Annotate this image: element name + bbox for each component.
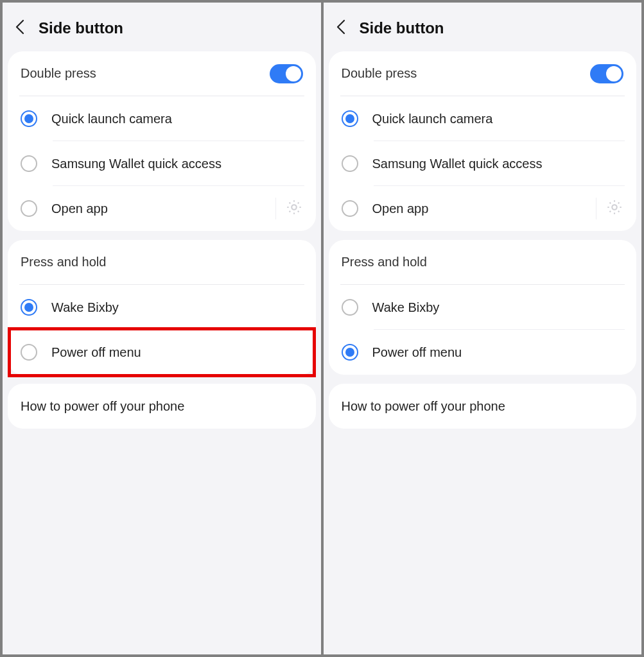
info-label: How to power off your phone <box>342 399 505 414</box>
page-header: Side button <box>8 3 316 51</box>
radio-power-off-menu[interactable] <box>342 344 358 361</box>
option-label: Power off menu <box>51 345 303 360</box>
option-power-off-menu[interactable]: Power off menu <box>340 330 625 375</box>
option-label: Open app <box>372 201 582 216</box>
settings-pane-left: Side button Double press Quick launch ca… <box>3 3 321 654</box>
option-samsung-wallet[interactable]: Samsung Wallet quick access <box>19 141 304 186</box>
double-press-card: Double press Quick launch camera Samsung… <box>329 51 637 231</box>
back-icon[interactable] <box>14 18 27 38</box>
double-press-card: Double press Quick launch camera Samsung… <box>8 51 316 231</box>
page-header: Side button <box>329 3 637 51</box>
radio-wake-bixby[interactable] <box>342 299 358 316</box>
option-label: Quick launch camera <box>372 112 624 126</box>
option-label: Open app <box>51 201 261 216</box>
info-card[interactable]: How to power off your phone <box>8 384 316 429</box>
how-to-power-off[interactable]: How to power off your phone <box>340 384 625 429</box>
option-quick-launch-camera[interactable]: Quick launch camera <box>19 96 304 141</box>
press-hold-card: Press and hold Wake Bixby Power off menu <box>8 240 316 375</box>
double-press-toggle[interactable] <box>590 64 623 83</box>
option-label: Wake Bixby <box>51 300 303 315</box>
double-press-header: Double press <box>340 51 625 96</box>
double-press-header: Double press <box>19 51 304 96</box>
press-hold-title: Press and hold <box>21 255 106 269</box>
svg-point-0 <box>292 205 296 209</box>
double-press-toggle[interactable] <box>270 64 303 83</box>
gear-icon[interactable] <box>285 198 303 219</box>
radio-samsung-wallet[interactable] <box>342 155 358 172</box>
radio-samsung-wallet[interactable] <box>21 155 37 172</box>
gear-icon[interactable] <box>605 198 623 219</box>
radio-quick-launch-camera[interactable] <box>342 110 358 127</box>
press-hold-header: Press and hold <box>340 240 625 285</box>
page-title: Side button <box>39 19 123 37</box>
radio-open-app[interactable] <box>21 200 37 217</box>
option-label: Quick launch camera <box>51 112 303 126</box>
option-wake-bixby[interactable]: Wake Bixby <box>340 285 625 330</box>
option-wake-bixby[interactable]: Wake Bixby <box>19 285 304 330</box>
radio-wake-bixby[interactable] <box>21 299 37 316</box>
svg-point-1 <box>612 205 616 209</box>
settings-pane-right: Side button Double press Quick launch ca… <box>324 3 642 654</box>
radio-quick-launch-camera[interactable] <box>21 110 37 127</box>
option-open-app[interactable]: Open app <box>19 186 304 231</box>
option-label: Samsung Wallet quick access <box>51 157 303 171</box>
info-card[interactable]: How to power off your phone <box>329 384 637 429</box>
double-press-title: Double press <box>21 66 96 81</box>
press-hold-title: Press and hold <box>342 255 427 269</box>
page-title: Side button <box>360 19 444 37</box>
option-power-off-menu[interactable]: Power off menu <box>10 330 313 375</box>
back-icon[interactable] <box>335 18 348 38</box>
option-label: Wake Bixby <box>372 300 624 315</box>
press-hold-card: Press and hold Wake Bixby Power off menu <box>329 240 637 375</box>
option-open-app[interactable]: Open app <box>340 186 625 231</box>
open-app-settings-divider <box>596 198 623 219</box>
option-samsung-wallet[interactable]: Samsung Wallet quick access <box>340 141 625 186</box>
option-quick-launch-camera[interactable]: Quick launch camera <box>340 96 625 141</box>
info-label: How to power off your phone <box>21 399 184 414</box>
double-press-title: Double press <box>342 66 417 81</box>
how-to-power-off[interactable]: How to power off your phone <box>19 384 304 429</box>
radio-power-off-menu[interactable] <box>21 344 37 361</box>
option-label: Power off menu <box>372 345 624 360</box>
press-hold-header: Press and hold <box>19 240 304 285</box>
open-app-settings-divider <box>275 198 303 219</box>
radio-open-app[interactable] <box>342 200 358 217</box>
option-label: Samsung Wallet quick access <box>372 157 624 171</box>
